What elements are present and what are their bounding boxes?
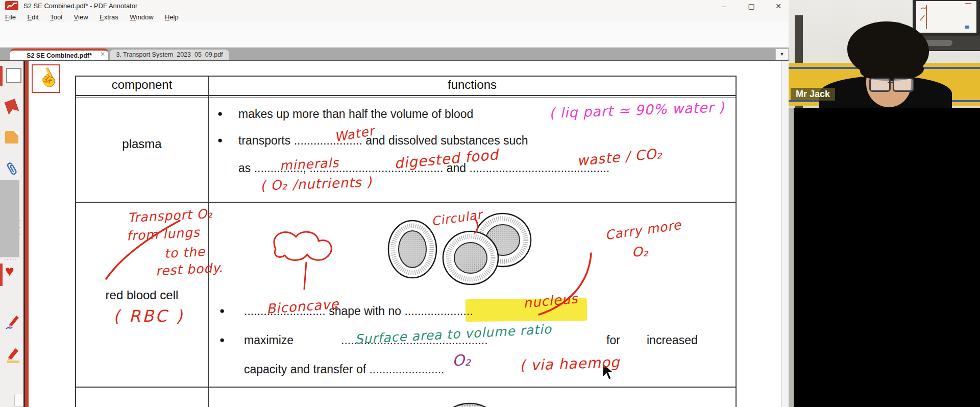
rbc-line-2-increased: increased (647, 333, 698, 347)
ink-via-haemoglobin: ( via haemog (519, 354, 620, 374)
pointing-hand-icon: ☝ (34, 64, 62, 91)
note-icon[interactable] (5, 131, 18, 143)
ink-carry-o2: O₂ (632, 244, 649, 259)
participant-name-label: Mr Jack (791, 88, 835, 101)
webcam-panel: Mr Jack (789, 0, 980, 407)
table-border (75, 387, 737, 388)
plasma-line-2: transports ..................... and dis… (238, 134, 528, 148)
table-border (75, 98, 737, 98)
window-title: S2 SE Combined.pdf* - PDF Annotator (23, 2, 137, 10)
menu-tool[interactable]: Tool (50, 13, 62, 21)
table-border (208, 76, 209, 407)
bullet: ● (219, 306, 225, 316)
rbc-line-2-maximize: maximize (244, 333, 293, 347)
ink-transport-3: to the (164, 244, 205, 261)
menu-bar: File Edit Tool View Extras Window Help (0, 11, 789, 21)
menu-window[interactable]: Window (130, 13, 153, 21)
toolbar: + − (0, 21, 789, 47)
menu-view[interactable]: View (74, 13, 88, 21)
bullet: ● (219, 335, 225, 345)
tab-transport-system[interactable]: 3. Transport System_2023_05_09.pdf (110, 50, 229, 60)
screen: S2 SE Combined.pdf* - PDF Annotator – ▢ … (0, 0, 980, 407)
webcam-video-tile: Mr Jack (789, 0, 980, 108)
menu-extras[interactable]: Extras (100, 13, 118, 21)
tab-overflow-button[interactable]: ▼ (775, 49, 789, 60)
sidebar-splitter-handle[interactable]: ····· (4, 257, 21, 262)
rbc-line-3: capacity and transfer of ...............… (244, 363, 444, 376)
selection-tool-icon[interactable] (6, 68, 21, 83)
glasses-bridge (888, 82, 893, 83)
page-edge-red (25, 61, 29, 407)
title-bar: S2 SE Combined.pdf* - PDF Annotator – ▢ … (0, 0, 789, 11)
pdf-annotator-logo-icon (5, 1, 18, 10)
ink-rbc-abbr: ( RBC ) (113, 306, 184, 326)
ink-o2-fill: O₂ (452, 351, 472, 369)
hand-stamp-annotation[interactable]: ☝ (32, 64, 60, 93)
glasses-right-lens (893, 78, 914, 92)
thumbnail-panel[interactable] (0, 180, 19, 257)
wall-monitor-screen (916, 1, 976, 33)
marker-icon[interactable] (4, 346, 20, 364)
sidebar-splitter-handle[interactable]: ····· (19, 219, 21, 236)
menu-file[interactable]: File (5, 13, 16, 21)
menu-edit[interactable]: Edit (27, 13, 38, 21)
active-tool-indicator (0, 264, 3, 286)
table-border (75, 202, 737, 203)
menu-help[interactable]: Help (165, 13, 179, 21)
signature-pen-icon[interactable] (4, 313, 20, 331)
vertical-scrollbar[interactable] (781, 61, 789, 407)
plasma-line-1: makes up more than half the volume of bl… (238, 107, 473, 121)
table-border (75, 76, 737, 77)
active-tool-indicator (0, 66, 3, 86)
rbc-line-2-for: for (606, 333, 620, 347)
bullet: ● (217, 135, 223, 146)
table-border (75, 95, 737, 96)
cell-red-blood-cell: red blood cell (75, 288, 209, 302)
table-border (75, 76, 76, 407)
cell-plasma: plasma (75, 137, 209, 151)
favorites-heart-icon[interactable]: ♥ (5, 262, 14, 280)
bullet: ● (217, 109, 223, 119)
glasses-left-lens (869, 78, 891, 92)
person-hair-fringe (860, 56, 924, 81)
header-functions: functions (208, 78, 737, 92)
tab-close-icon[interactable]: ✕ (100, 51, 105, 58)
table-border (736, 76, 737, 407)
ink-minerals: minerals (279, 155, 339, 173)
header-component: component (75, 78, 209, 92)
